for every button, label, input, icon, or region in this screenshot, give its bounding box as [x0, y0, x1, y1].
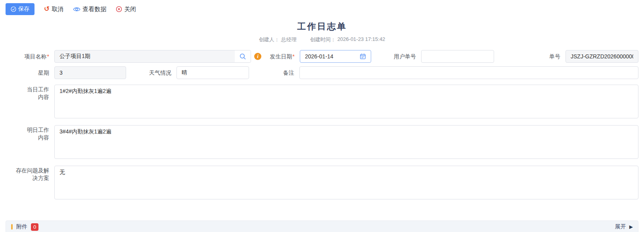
- expand-button-label: 展开: [615, 223, 626, 230]
- required-mark: *: [293, 53, 295, 60]
- creation-meta: 创建人： 总经理 创建时间： 2026-01-23 17:15:42: [0, 36, 644, 43]
- remark-label: 备注: [249, 66, 299, 79]
- weather-input-wrap: [176, 66, 249, 79]
- close-button[interactable]: 关闭: [116, 6, 136, 13]
- creator-label: 创建人：: [259, 36, 280, 43]
- save-button-label: 保存: [18, 6, 29, 13]
- check-circle-icon: [11, 6, 16, 12]
- project-search-button[interactable]: [235, 50, 251, 62]
- weather-label: 天气情况: [126, 66, 176, 79]
- problems-textarea[interactable]: 无: [54, 166, 638, 199]
- tomorrow-work-textarea[interactable]: 3#4#内勤抹灰1遍2遍: [54, 125, 638, 159]
- order-no-input-wrap: [565, 50, 638, 63]
- created-time-label: 创建时间：: [310, 36, 336, 43]
- occur-date-input-wrap: [300, 50, 371, 63]
- occur-date-input[interactable]: [305, 50, 357, 62]
- today-work-row: 当日工作 内容 1#2#内勤抹灰1遍2遍: [6, 85, 638, 118]
- undo-icon: ↺: [44, 6, 50, 12]
- problems-row: 存在问题及解 决方案 无: [6, 166, 638, 199]
- weekday-label: 星期: [6, 66, 54, 79]
- today-work-textarea[interactable]: 1#2#内勤抹灰1遍2遍: [54, 85, 638, 118]
- user-order-no-input[interactable]: [426, 50, 489, 62]
- attachments-count-badge: 0: [31, 223, 38, 231]
- weekday-input: [59, 67, 121, 79]
- created-time-field: 创建时间： 2026-01-23 17:15:42: [310, 36, 385, 43]
- creator-value: 总经理: [281, 36, 297, 43]
- toolbar: 保存 ↺ 取消 查看数据 关闭: [0, 0, 644, 17]
- project-name-input-wrap: [54, 50, 251, 63]
- creator-field: 创建人： 总经理: [259, 36, 297, 43]
- expand-arrow-icon: ▶: [629, 224, 633, 230]
- expand-button[interactable]: 展开 ▶: [615, 223, 633, 230]
- close-button-label: 关闭: [124, 6, 136, 13]
- project-name-label: 项目名称*: [6, 50, 54, 63]
- weather-input[interactable]: [182, 67, 244, 79]
- form-row-1: 项目名称* i 发生日期*: [6, 50, 638, 63]
- attachments-section-bar[interactable]: 附件 0 展开 ▶: [6, 220, 638, 232]
- save-button[interactable]: 保存: [6, 3, 34, 15]
- weekday-input-wrap: [54, 66, 126, 79]
- user-order-no-input-wrap: [421, 50, 494, 63]
- problems-label: 存在问题及解 决方案: [6, 166, 54, 182]
- form: 项目名称* i 发生日期*: [0, 43, 644, 199]
- form-row-2: 星期 天气情况 备注: [6, 66, 638, 79]
- view-data-button-label: 查看数据: [82, 6, 106, 13]
- page-title: 工作日志单: [0, 21, 644, 33]
- today-work-label: 当日工作 内容: [6, 85, 54, 101]
- remark-input[interactable]: [305, 67, 633, 79]
- project-name-input[interactable]: [55, 50, 235, 62]
- user-order-no-label: 用户单号: [371, 50, 421, 63]
- occur-date-label: 发生日期*: [261, 50, 300, 63]
- tomorrow-work-row: 明日工作 内容 3#4#内勤抹灰1遍2遍: [6, 125, 638, 159]
- cancel-button-label: 取消: [52, 6, 63, 13]
- required-mark: *: [47, 53, 49, 60]
- attachments-label: 附件: [16, 223, 27, 230]
- close-circle-icon: [116, 6, 122, 12]
- search-icon: [240, 53, 246, 60]
- work-log-form-page: 保存 ↺ 取消 查看数据 关闭 工作日志单: [0, 0, 644, 232]
- order-no-input: [571, 50, 633, 62]
- cancel-button[interactable]: ↺ 取消: [44, 6, 63, 13]
- remark-input-wrap: [299, 66, 638, 79]
- calendar-icon[interactable]: [360, 53, 366, 60]
- view-data-button[interactable]: 查看数据: [73, 6, 106, 13]
- section-marker: [11, 224, 13, 230]
- tomorrow-work-label: 明日工作 内容: [6, 125, 54, 141]
- eye-icon: [73, 7, 80, 12]
- order-no-label: 单号: [494, 50, 565, 63]
- created-time-value: 2026-01-23 17:15:42: [337, 36, 385, 43]
- info-icon[interactable]: i: [254, 53, 261, 60]
